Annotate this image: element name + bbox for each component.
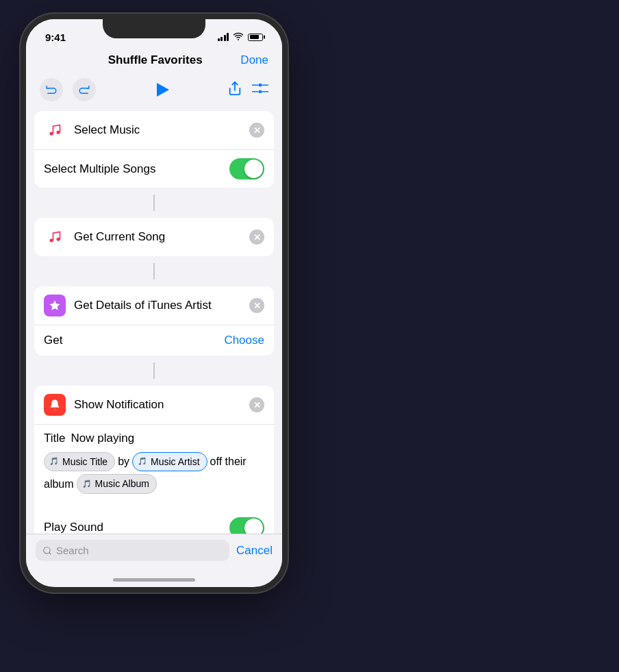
select-multiple-label: Select Multiple Songs <box>44 162 155 176</box>
show-notification-card: Show Notification ✕ Title Now playing 🎵 … <box>34 386 274 548</box>
toolbar-right <box>227 81 268 99</box>
album-text: album <box>44 475 74 493</box>
select-multiple-row: Select Multiple Songs <box>34 149 274 188</box>
get-label: Get <box>44 334 62 347</box>
star-icon <box>44 295 66 316</box>
title-key: Title <box>44 432 66 445</box>
connector-2 <box>34 263 274 279</box>
music-title-label: Music Title <box>62 454 108 469</box>
share-button[interactable] <box>227 81 242 99</box>
choose-button[interactable]: Choose <box>224 334 264 347</box>
toolbar-left <box>40 78 96 101</box>
get-current-song-label: Get Current Song <box>74 230 249 244</box>
play-sound-label: Play Sound <box>44 521 103 534</box>
search-placeholder: Search <box>56 545 89 551</box>
nav-title: Shuffle Favorites <box>108 53 203 67</box>
music-album-label: Music Album <box>95 476 149 491</box>
music-title-token[interactable]: 🎵 Music Title <box>44 452 115 471</box>
toolbar <box>26 74 282 108</box>
title-value: Now playing <box>71 432 135 445</box>
wifi-icon <box>233 32 244 42</box>
current-song-icon <box>44 226 66 248</box>
notch <box>103 19 205 38</box>
svg-point-10 <box>57 238 60 241</box>
get-current-song-card: Get Current Song ✕ <box>34 218 274 256</box>
undo-button[interactable] <box>40 78 63 101</box>
get-current-song-row: Get Current Song ✕ <box>34 218 274 256</box>
search-icon <box>42 546 52 551</box>
body-text: 🎵 Music Title by 🎵 Music Artist off thei… <box>44 452 264 494</box>
status-icons <box>218 32 264 42</box>
token-music-icon-2: 🎵 <box>138 456 147 468</box>
title-row: Title Now playing <box>44 432 264 445</box>
get-row: Get Choose <box>34 325 274 356</box>
notification-icon <box>44 394 66 416</box>
svg-point-11 <box>44 547 50 551</box>
itunes-artist-label: Get Details of iTunes Artist <box>74 299 249 312</box>
music-artist-label: Music Artist <box>151 454 200 469</box>
token-music-icon-1: 🎵 <box>49 456 59 468</box>
svg-point-7 <box>50 132 53 136</box>
battery-icon <box>248 34 263 41</box>
select-music-close[interactable]: ✕ <box>249 123 264 138</box>
select-music-row: Select Music ✕ <box>34 111 274 149</box>
phone-screen: 9:41 <box>26 19 282 551</box>
show-notification-close[interactable]: ✕ <box>249 397 264 412</box>
connector-3 <box>34 362 274 379</box>
search-bar: Search Cancel <box>26 534 282 551</box>
itunes-artist-close[interactable]: ✕ <box>249 298 264 313</box>
itunes-artist-card: Get Details of iTunes Artist ✕ Get Choos… <box>34 286 274 356</box>
nav-header: Shuffle Favorites Done <box>26 49 282 74</box>
select-music-card: Select Music ✕ Select Multiple Songs <box>34 111 274 188</box>
notification-body: Title Now playing 🎵 Music Title by 🎵 Mus… <box>34 424 274 503</box>
connector-1 <box>34 195 274 211</box>
svg-point-8 <box>57 131 60 134</box>
music-artist-token[interactable]: 🎵 Music Artist <box>132 452 207 471</box>
svg-point-2 <box>259 90 262 93</box>
music-icon <box>44 119 66 141</box>
select-multiple-toggle[interactable] <box>229 158 264 179</box>
show-notification-row: Show Notification ✕ <box>34 386 274 424</box>
token-music-icon-3: 🎵 <box>82 478 92 490</box>
off-their-text: off their <box>210 453 247 471</box>
search-input-wrap[interactable]: Search <box>36 540 229 551</box>
get-current-song-close[interactable]: ✕ <box>249 229 264 245</box>
svg-point-1 <box>259 84 262 87</box>
by-text: by <box>118 453 129 471</box>
status-time: 9:41 <box>45 32 66 43</box>
show-notification-label: Show Notification <box>74 398 249 412</box>
itunes-artist-row: Get Details of iTunes Artist ✕ <box>34 286 274 325</box>
music-album-token[interactable]: 🎵 Music Album <box>77 474 157 493</box>
search-cancel[interactable]: Cancel <box>236 544 273 551</box>
signal-bars-icon <box>218 33 229 41</box>
controls-button[interactable] <box>252 81 268 99</box>
select-music-label: Select Music <box>74 123 249 137</box>
svg-point-9 <box>50 239 53 242</box>
content: Select Music ✕ Select Multiple Songs <box>26 108 282 551</box>
play-button[interactable] <box>154 83 169 97</box>
done-button[interactable]: Done <box>240 53 268 67</box>
phone-frame: 9:41 <box>21 14 288 593</box>
redo-button[interactable] <box>73 78 96 101</box>
